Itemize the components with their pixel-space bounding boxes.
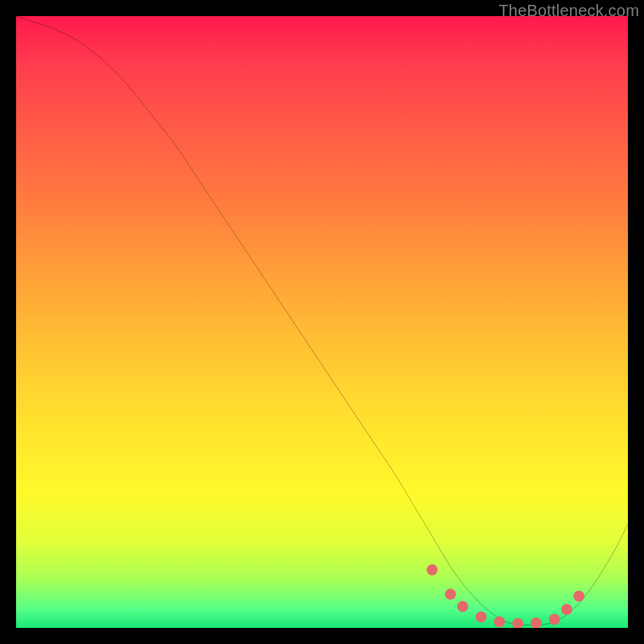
chart-plot-area (16, 16, 628, 628)
optimal-dot (573, 591, 584, 602)
chart-svg (16, 16, 628, 628)
optimal-dot (512, 618, 523, 628)
optimal-dot (457, 601, 469, 613)
optimal-dot (494, 617, 506, 628)
watermark-text: TheBottleneck.com (498, 2, 639, 20)
optimal-dot (549, 614, 560, 625)
optimal-dot (476, 611, 487, 622)
bottleneck-curve (16, 16, 628, 625)
optimal-dot (530, 617, 542, 628)
optimal-dot (427, 564, 438, 576)
chart-frame: TheBottleneck.com (0, 0, 644, 644)
optimal-dot (445, 588, 456, 600)
optimal-range-dots (427, 564, 584, 628)
optimal-dot (561, 604, 572, 615)
